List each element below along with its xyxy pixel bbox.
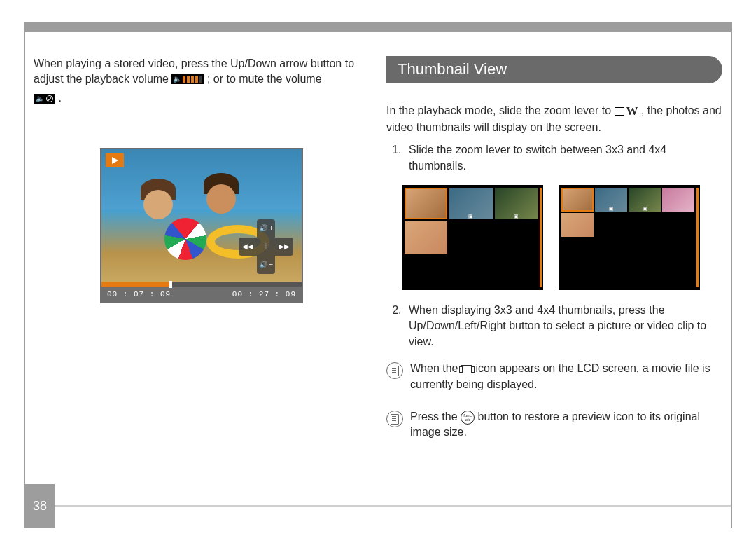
page-number: 38: [25, 484, 55, 528]
text: When the: [410, 362, 461, 374]
thumbnail-grid-4x4: ▣▣: [559, 185, 700, 290]
thumbnail-examples: ▣ ▣ ▣▣: [402, 185, 722, 290]
step-1: Slide the zoom lever to switch between 3…: [405, 142, 722, 174]
zoom-out-w-icon: W: [615, 103, 638, 120]
mute-instruction-line: 🔈 .: [34, 90, 370, 106]
dpad-volume-down: 🔊 −: [257, 256, 275, 274]
video-playback-preview: 🔊 + ◀◀ II ▶▶ 🔊 − 00 : 07 : 09 00 : 27 : …: [100, 148, 303, 303]
note-bullet-icon: [386, 362, 403, 379]
text: In the playback mode, slide the zoom lev…: [386, 104, 615, 116]
dpad-pause: II: [257, 238, 275, 256]
play-indicator-icon: [106, 153, 124, 167]
footer-rule: [55, 505, 731, 507]
time-total: 00 : 27 : 09: [232, 290, 296, 298]
dpad-fast-forward: ▶▶: [275, 238, 293, 256]
page-content: When playing a stored video, press the U…: [34, 56, 722, 494]
text: ; or to mute the volume: [207, 73, 322, 85]
dpad-overlay: 🔊 + ◀◀ II ▶▶ 🔊 −: [239, 219, 293, 274]
text: .: [58, 92, 61, 104]
video-frame-illustration: 🔊 + ◀◀ II ▶▶ 🔊 −: [102, 149, 302, 282]
right-column: Thumbnail View In the playback mode, sli…: [386, 56, 722, 494]
steps-list-top: Slide the zoom lever to switch between 3…: [386, 142, 722, 174]
section-heading: Thumbnail View: [386, 56, 722, 83]
func-ok-button-icon: funcok: [461, 411, 475, 425]
thumbnail-grid-3x3: ▣ ▣: [402, 185, 543, 290]
dpad-rewind: ◀◀: [239, 238, 257, 256]
note-bullet-icon: [386, 411, 403, 427]
video-time-bar: 00 : 07 : 09 00 : 27 : 09: [102, 287, 302, 302]
text: Press the: [410, 411, 461, 422]
time-elapsed: 00 : 07 : 09: [107, 290, 171, 298]
volume-instruction: When playing a stored video, press the U…: [34, 56, 370, 86]
volume-mute-icon: 🔈: [34, 94, 55, 104]
note-movie-icon: When the icon appears on the LCD screen,…: [386, 361, 722, 399]
left-column: When playing a stored video, press the U…: [34, 56, 370, 494]
steps-list-bottom: When displaying 3x3 and 4x4 thumbnails, …: [386, 303, 722, 350]
thumbnail-intro: In the playback mode, slide the zoom lev…: [386, 103, 722, 135]
dpad-volume-up: 🔊 +: [257, 219, 275, 238]
video-progress-bar: [102, 282, 302, 287]
step-2: When displaying 3x3 and 4x4 thumbnails, …: [405, 303, 722, 350]
movie-film-icon: [461, 365, 472, 373]
volume-level-icon: 🔈: [172, 74, 204, 84]
note-func-button: Press the funcok button to restore a pre…: [386, 409, 722, 448]
